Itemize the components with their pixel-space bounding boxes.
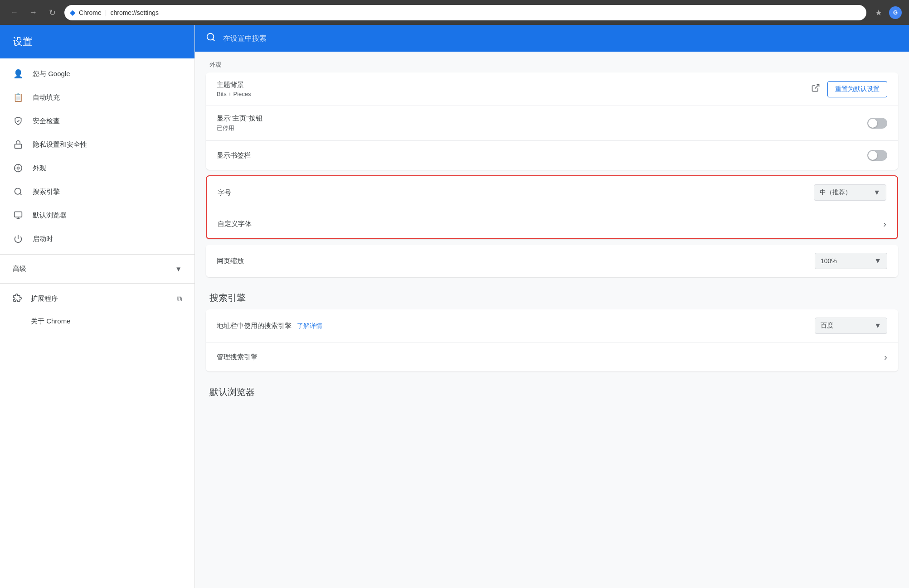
clipboard-icon: 📋 — [13, 92, 24, 103]
svg-rect-0 — [15, 144, 22, 148]
font-card: 字号 中（推荐） ▼ 自定义字体 › — [206, 175, 898, 239]
manage-search-row[interactable]: 管理搜索引擎 › — [206, 342, 898, 371]
sidebar-item-about[interactable]: 关于 Chrome — [0, 310, 194, 332]
toolbar-icons: ★ G — [872, 6, 902, 19]
url-display: chrome://settings — [110, 9, 159, 16]
svg-point-2 — [17, 167, 19, 169]
sidebar-label-privacy: 隐私设置和安全性 — [33, 140, 87, 149]
reset-theme-button[interactable]: 重置为默认设置 — [827, 81, 887, 97]
svg-point-13 — [207, 34, 214, 40]
sidebar-label-autofill: 自动填充 — [33, 93, 60, 102]
sidebar-item-privacy[interactable]: 隐私设置和安全性 — [0, 133, 194, 156]
theme-content: 主题背景 Bits + Pieces — [217, 81, 809, 97]
search-icon — [13, 186, 24, 197]
font-size-action: 中（推荐） ▼ — [814, 184, 886, 201]
svg-line-8 — [20, 193, 22, 195]
palette-icon — [13, 163, 24, 174]
bookmarks-bar-content: 显示书签栏 — [217, 151, 867, 160]
sidebar-label-search: 搜索引擎 — [33, 188, 60, 196]
sidebar-item-extensions[interactable]: 扩展程序 ⧉ — [0, 287, 194, 310]
custom-font-row[interactable]: 自定义字体 › — [207, 209, 897, 238]
svg-line-14 — [213, 39, 214, 41]
zoom-value: 100% — [821, 257, 837, 265]
app-name: Chrome — [79, 9, 102, 16]
theme-label: 主题背景 — [217, 81, 809, 89]
search-engine-value: 百度 — [821, 322, 833, 330]
search-bar-icon — [206, 32, 216, 44]
sidebar-item-default-browser[interactable]: 默认浏览器 — [0, 203, 194, 227]
sidebar-nav: 👤 您与 Google 📋 自动填充 安全检查 — [0, 58, 194, 588]
external-link-icon: ⧉ — [177, 295, 182, 303]
manage-search-label: 管理搜索引擎 — [217, 353, 884, 361]
power-icon — [13, 233, 24, 244]
font-size-row: 字号 中（推荐） ▼ — [207, 176, 897, 209]
sidebar-header: 设置 — [0, 25, 194, 58]
home-button-subtitle: 已停用 — [217, 124, 867, 132]
address-bar-search-content: 地址栏中使用的搜索引擎 了解详情 — [217, 322, 815, 330]
extensions-icon — [13, 294, 22, 304]
appearance-section-label: 外观 — [195, 52, 909, 72]
globe-icon: ◆ — [70, 8, 75, 17]
separator: | — [105, 9, 107, 16]
appearance-card: 主题背景 Bits + Pieces 重置为默认设置 — [206, 72, 898, 170]
sidebar-label-extensions: 扩展程序 — [31, 294, 58, 303]
address-bar-search-label: 地址栏中使用的搜索引擎 了解详情 — [217, 322, 815, 330]
chevron-down-icon: ▼ — [175, 265, 182, 273]
bookmarks-bar-row: 显示书签栏 — [206, 141, 898, 170]
search-engine-chevron-icon: ▼ — [874, 322, 881, 330]
main-layout: 设置 👤 您与 Google 📋 自动填充 安全检查 — [0, 25, 909, 588]
theme-external-link-button[interactable] — [809, 82, 822, 96]
bookmarks-bar-action — [867, 150, 887, 161]
search-engine-dropdown[interactable]: 百度 ▼ — [815, 318, 887, 334]
custom-font-action: › — [883, 219, 886, 229]
content-body: 外观 主题背景 Bits + Pieces — [195, 52, 909, 588]
sidebar-item-autofill[interactable]: 📋 自动填充 — [0, 86, 194, 109]
sidebar-item-startup[interactable]: 启动时 — [0, 227, 194, 251]
font-size-value: 中（推荐） — [820, 188, 851, 197]
lock-icon — [13, 139, 24, 150]
font-size-dropdown[interactable]: 中（推荐） ▼ — [814, 184, 886, 201]
sidebar-label-default-browser: 默认浏览器 — [33, 211, 67, 220]
home-button-row: 显示"主页"按钮 已停用 — [206, 106, 898, 141]
sidebar-label-appearance: 外观 — [33, 164, 46, 173]
font-size-content: 字号 — [218, 188, 814, 197]
home-button-label: 显示"主页"按钮 — [217, 114, 867, 123]
address-bar-search-action: 百度 ▼ — [815, 318, 887, 334]
zoom-chevron-icon: ▼ — [874, 257, 881, 265]
manage-search-content: 管理搜索引擎 — [217, 353, 884, 361]
about-icon — [13, 317, 22, 326]
search-bar — [195, 25, 909, 52]
sidebar-label-about: 关于 Chrome — [31, 317, 71, 326]
home-button-action — [867, 118, 887, 129]
star-button[interactable]: ★ — [872, 6, 885, 19]
zoom-dropdown[interactable]: 100% ▼ — [815, 253, 887, 269]
person-icon: 👤 — [13, 68, 24, 79]
sidebar-item-appearance[interactable]: 外观 — [0, 156, 194, 180]
svg-point-7 — [15, 188, 21, 194]
sidebar-item-google[interactable]: 👤 您与 Google — [0, 62, 194, 86]
reload-button[interactable]: ↻ — [45, 6, 59, 19]
zoom-row: 网页缩放 100% ▼ — [206, 245, 898, 277]
zoom-label: 网页缩放 — [217, 257, 815, 265]
learn-more-link[interactable]: 了解详情 — [297, 322, 322, 329]
svg-line-15 — [815, 85, 819, 89]
svg-rect-9 — [15, 212, 22, 217]
sidebar-item-search[interactable]: 搜索引擎 — [0, 180, 194, 203]
search-engine-card: 地址栏中使用的搜索引擎 了解详情 百度 ▼ 管理搜索引擎 — [206, 309, 898, 371]
home-button-content: 显示"主页"按钮 已停用 — [217, 114, 867, 132]
theme-row: 主题背景 Bits + Pieces 重置为默认设置 — [206, 72, 898, 106]
sidebar-item-advanced[interactable]: 高级 ▼ — [0, 258, 194, 280]
back-button[interactable]: ← — [7, 6, 21, 19]
sidebar: 设置 👤 您与 Google 📋 自动填充 安全检查 — [0, 25, 195, 588]
sidebar-label-startup: 启动时 — [33, 235, 53, 243]
zoom-content: 网页缩放 — [217, 257, 815, 265]
bookmarks-bar-toggle[interactable] — [867, 150, 887, 161]
sidebar-item-safety[interactable]: 安全检查 — [0, 109, 194, 133]
custom-font-arrow-icon: › — [883, 219, 886, 229]
search-input[interactable] — [223, 34, 898, 43]
forward-button[interactable]: → — [26, 6, 40, 19]
home-button-toggle[interactable] — [867, 118, 887, 129]
sidebar-label-google: 您与 Google — [33, 70, 70, 78]
manage-search-action: › — [884, 352, 887, 362]
google-account-icon[interactable]: G — [889, 6, 902, 19]
